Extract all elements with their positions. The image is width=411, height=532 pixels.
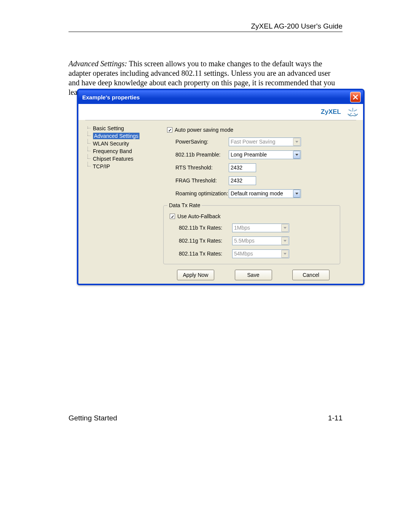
tree-item-label: Frequency Band: [93, 148, 132, 154]
close-icon: [353, 94, 358, 100]
cancel-button[interactable]: Cancel: [292, 270, 330, 280]
brand-text: ZyXEL: [321, 108, 341, 116]
tree-item-chipset[interactable]: Chipset Features: [85, 155, 163, 163]
form-area: Auto power saving mode PowerSaving: Fast…: [163, 121, 363, 284]
txb-select: 1Mbps: [232, 224, 289, 232]
footer-page-number: 1-11: [328, 414, 342, 422]
preamble-select[interactable]: Long Preamble: [229, 150, 301, 159]
footer-section: Getting Started: [68, 414, 117, 422]
chevron-down-icon: [281, 250, 288, 258]
tree-item-advanced[interactable]: Advanced Settings: [85, 132, 163, 140]
power-saving-select: Fast Power Saving: [229, 137, 301, 146]
chevron-down-icon: [293, 151, 300, 159]
select-value: Default roaming mode: [231, 190, 283, 197]
rts-label: RTS Threshold:: [163, 165, 229, 171]
checkbox-mark-icon: [167, 127, 172, 133]
select-value: Long Preamble: [231, 152, 267, 158]
tree-item-label: WLAN Security: [93, 141, 129, 147]
chevron-down-icon: [293, 190, 300, 198]
power-saving-label: PowerSaving:: [163, 139, 229, 145]
properties-dialog: Example's properties ZyXEL: [77, 89, 365, 285]
txg-select: 5.5Mbps: [232, 236, 289, 245]
close-button[interactable]: [350, 92, 361, 102]
rts-input[interactable]: 2432: [229, 163, 256, 172]
chevron-down-icon: [293, 138, 300, 146]
preamble-label: 802.11b Preamble:: [163, 152, 229, 158]
select-value: 1Mbps: [234, 225, 250, 231]
auto-power-checkbox[interactable]: Auto power saving mode: [167, 127, 233, 133]
tx-rate-legend: Data Tx Rate: [167, 202, 202, 208]
tree-item-label: Basic Setting: [93, 125, 124, 131]
auto-power-label: Auto power saving mode: [175, 127, 233, 133]
page-header: ZyXEL AG-200 User's Guide: [251, 22, 342, 30]
brand-bar: ZyXEL: [78, 104, 363, 120]
tree-item-frequency[interactable]: Frequency Band: [85, 147, 163, 155]
paragraph-lead: Advanced Settings:: [68, 59, 127, 68]
txg-label: 802.11g Tx Rates:: [167, 238, 232, 244]
titlebar[interactable]: Example's properties: [78, 90, 363, 104]
roaming-select[interactable]: Default roaming mode: [229, 189, 301, 198]
select-value: Fast Power Saving: [231, 139, 276, 145]
txb-label: 802.11b Tx Rates:: [167, 225, 232, 231]
auto-fallback-checkbox[interactable]: Use Auto-Fallback: [170, 213, 221, 219]
chevron-down-icon: [281, 237, 288, 245]
auto-fallback-label: Use Auto-Fallback: [177, 213, 221, 219]
tree-item-label: TCP/IP: [93, 163, 110, 169]
select-value: 5.5Mbps: [234, 238, 255, 244]
select-value: 54Mbps: [234, 251, 253, 257]
frag-input[interactable]: 2432: [229, 176, 256, 185]
brand-logo-icon: [346, 106, 359, 118]
roaming-label: Roaming optimization:: [163, 190, 229, 197]
tx-rate-group: Data Tx Rate Use Auto-Fallback 802.11b T…: [163, 202, 340, 264]
tree-item-wlan[interactable]: WLAN Security: [85, 140, 163, 147]
tree-item-tcpip[interactable]: TCP/IP: [85, 163, 163, 170]
brand-bar-rule: [85, 120, 356, 120]
checkbox-mark-icon: [170, 214, 175, 219]
txa-label: 802.11a Tx Rates:: [167, 251, 232, 257]
svg-line-2: [354, 110, 357, 111]
svg-line-1: [349, 110, 352, 111]
header-rule: [68, 32, 342, 32]
frag-label: FRAG Threshold:: [163, 177, 229, 184]
nav-tree: Basic Setting Advanced Settings WLAN Sec…: [78, 121, 163, 284]
save-button[interactable]: Save: [235, 270, 272, 280]
chevron-down-icon: [281, 224, 288, 232]
tree-item-basic[interactable]: Basic Setting: [85, 125, 163, 132]
apply-button[interactable]: Apply Now: [177, 270, 214, 280]
txa-select: 54Mbps: [232, 249, 289, 258]
tree-item-label: Chipset Features: [93, 156, 134, 162]
dialog-title: Example's properties: [82, 94, 140, 101]
tree-item-label: Advanced Settings: [93, 133, 140, 139]
